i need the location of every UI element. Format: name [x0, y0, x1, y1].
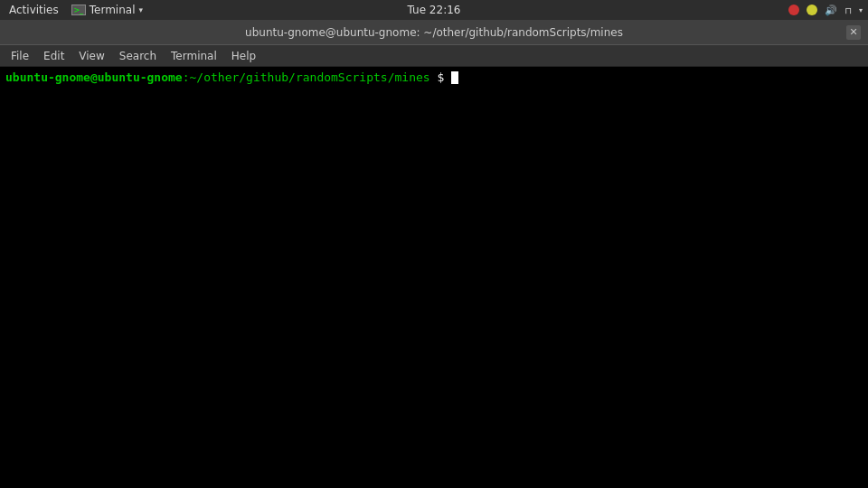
terminal-content[interactable]: ubuntu-gnome@ubuntu-gnome:~/other/github… [0, 67, 868, 488]
system-tray-chevron-icon[interactable]: ▾ [859, 6, 863, 14]
system-bar: Activities >_ Terminal ▾ Tue 22:16 🔊 ⊓ ▾ [0, 0, 868, 20]
prompt-dollar: $ [430, 70, 451, 84]
red-indicator-icon [788, 5, 799, 15]
menu-bar: File Edit View Search Terminal Help [0, 45, 868, 67]
terminal-cursor [451, 71, 458, 84]
menu-search[interactable]: Search [112, 48, 164, 64]
yellow-indicator-icon [807, 5, 817, 15]
system-bar-left: Activities >_ Terminal ▾ [5, 4, 143, 16]
prompt-user: ubuntu-gnome@ubuntu-gnome [5, 70, 183, 84]
battery-icon[interactable]: ⊓ [844, 5, 852, 15]
prompt-colon-path: :~/other/github/randomScripts/mines [183, 70, 430, 84]
prompt-line: ubuntu-gnome@ubuntu-gnome:~/other/github… [5, 70, 863, 84]
prompt-colon: : [183, 70, 190, 84]
system-datetime: Tue 22:16 [408, 4, 461, 16]
dollar-sign: $ [437, 70, 444, 84]
terminal-window: ubuntu-gnome@ubuntu-gnome: ~/other/githu… [0, 20, 868, 488]
menu-terminal[interactable]: Terminal [164, 48, 224, 64]
system-bar-right: 🔊 ⊓ ▾ [788, 5, 863, 16]
terminal-icon: >_ [71, 5, 86, 15]
terminal-chevron-icon: ▾ [138, 5, 143, 14]
menu-view[interactable]: View [71, 48, 111, 64]
title-bar: ubuntu-gnome@ubuntu-gnome: ~/other/githu… [0, 20, 868, 45]
close-button[interactable]: ✕ [846, 25, 861, 40]
window-title: ubuntu-gnome@ubuntu-gnome: ~/other/githu… [245, 26, 623, 39]
menu-file[interactable]: File [4, 48, 36, 64]
terminal-menu-label: Terminal [90, 4, 136, 16]
prompt-path: ~/other/github/randomScripts/mines [190, 70, 430, 84]
volume-icon[interactable]: 🔊 [825, 5, 837, 16]
menu-help[interactable]: Help [224, 48, 263, 64]
menu-edit[interactable]: Edit [36, 48, 71, 64]
activities-button[interactable]: Activities [5, 4, 62, 16]
terminal-menu-button[interactable]: >_ Terminal ▾ [71, 4, 143, 16]
